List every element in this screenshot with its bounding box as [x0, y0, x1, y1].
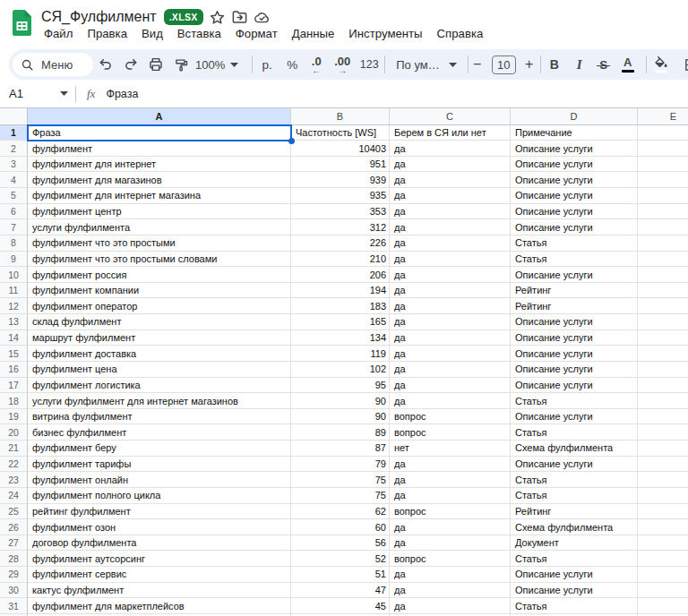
cell-E18[interactable]: [638, 393, 688, 409]
bold-button[interactable]: B: [544, 52, 565, 77]
cell-D4[interactable]: Описание услуги: [511, 172, 638, 188]
row-header-19[interactable]: 19: [0, 409, 28, 425]
cell-A16[interactable]: фулфилмент цена: [28, 362, 291, 378]
row-header-9[interactable]: 9: [0, 252, 28, 268]
increase-decimal-button[interactable]: .00 →: [329, 52, 356, 77]
cell-D1[interactable]: Примечание: [511, 125, 638, 141]
cell-D18[interactable]: Статья: [511, 393, 638, 409]
cell-A9[interactable]: фулфилмент что это простыми словами: [28, 252, 291, 268]
cell-D27[interactable]: Документ: [511, 535, 638, 552]
cell-D28[interactable]: Статья: [511, 551, 638, 567]
cell-A20[interactable]: бизнес фулфилмент: [28, 424, 291, 441]
cell-D29[interactable]: Описание услуги: [511, 567, 638, 583]
column-header-C[interactable]: C: [390, 108, 511, 125]
cell-B8[interactable]: 226: [291, 235, 390, 252]
menu-tools[interactable]: Инструменты: [341, 23, 429, 44]
cell-D7[interactable]: Описание услуги: [511, 219, 638, 235]
row-header-24[interactable]: 24: [0, 488, 28, 504]
cell-D12[interactable]: Рейтинг: [511, 298, 638, 314]
row-header-30[interactable]: 30: [0, 583, 28, 599]
cell-E5[interactable]: [638, 188, 688, 204]
cell-C14[interactable]: да: [390, 330, 511, 346]
cell-B21[interactable]: 87: [291, 441, 390, 457]
cell-B13[interactable]: 165: [291, 314, 390, 330]
column-header-B[interactable]: B: [291, 108, 390, 125]
cell-E13[interactable]: [638, 314, 688, 330]
cell-D3[interactable]: Описание услуги: [511, 157, 638, 173]
cell-A13[interactable]: склад фулфилмент: [28, 314, 291, 330]
cell-A29[interactable]: фулфилмент сервис: [28, 567, 291, 583]
cell-A3[interactable]: фулфилмент для интернет: [28, 157, 291, 173]
cell-E31[interactable]: [638, 598, 688, 614]
cell-D15[interactable]: Описание услуги: [511, 346, 638, 362]
row-header-16[interactable]: 16: [0, 362, 28, 378]
cell-D2[interactable]: Описание услуги: [511, 141, 638, 157]
decrease-decimal-button[interactable]: .0 ←: [304, 52, 329, 77]
cell-A4[interactable]: фулфилмент для магазинов: [28, 172, 291, 188]
cell-E8[interactable]: [638, 235, 688, 252]
cell-B3[interactable]: 951: [291, 157, 390, 173]
cell-C20[interactable]: вопрос: [390, 424, 511, 441]
cell-B31[interactable]: 45: [291, 598, 390, 614]
column-header-D[interactable]: D: [511, 108, 638, 125]
cell-C22[interactable]: да: [390, 457, 511, 473]
row-header-25[interactable]: 25: [0, 504, 28, 520]
cell-B16[interactable]: 102: [291, 362, 390, 378]
cell-C13[interactable]: да: [390, 314, 511, 330]
cell-A22[interactable]: фулфилмент тарифы: [28, 457, 291, 473]
cell-B20[interactable]: 89: [291, 424, 390, 441]
text-color-button[interactable]: A: [615, 52, 641, 77]
cell-B17[interactable]: 95: [291, 378, 390, 394]
cell-C21[interactable]: нет: [390, 441, 511, 457]
cell-A10[interactable]: фулфилмент россия: [28, 267, 291, 283]
cell-C30[interactable]: да: [390, 583, 511, 599]
cell-C31[interactable]: да: [390, 598, 511, 614]
cell-A14[interactable]: маршрут фулфилмент: [28, 330, 291, 346]
select-all-corner[interactable]: [0, 108, 28, 125]
cell-B2[interactable]: 10403: [291, 141, 390, 157]
cell-D13[interactable]: Описание услуги: [511, 314, 638, 330]
cell-C18[interactable]: да: [390, 393, 511, 409]
cell-C7[interactable]: да: [390, 219, 511, 235]
cell-C9[interactable]: да: [390, 252, 511, 268]
cell-E27[interactable]: [638, 535, 688, 552]
cell-D25[interactable]: Рейтинг: [511, 504, 638, 520]
cell-B5[interactable]: 935: [291, 188, 390, 204]
cell-B6[interactable]: 353: [291, 204, 390, 220]
redo-button[interactable]: [118, 52, 143, 77]
menu-view[interactable]: Вид: [134, 23, 170, 44]
cell-A19[interactable]: витрина фулфилмент: [28, 409, 291, 425]
italic-button[interactable]: I: [569, 52, 590, 77]
row-header-21[interactable]: 21: [0, 441, 28, 457]
cell-D5[interactable]: Описание услуги: [511, 188, 638, 204]
cell-A12[interactable]: фулфилмент оператор: [28, 298, 291, 314]
increase-font-size-button[interactable]: +: [521, 52, 538, 77]
fill-color-button[interactable]: [649, 52, 674, 77]
cell-B27[interactable]: 56: [291, 535, 390, 552]
cell-D22[interactable]: Описание услуги: [511, 457, 638, 473]
cell-E30[interactable]: [638, 583, 688, 599]
cell-C17[interactable]: да: [390, 378, 511, 394]
borders-button[interactable]: [679, 52, 688, 77]
cell-C28[interactable]: вопрос: [390, 551, 511, 567]
cell-B7[interactable]: 312: [291, 219, 390, 235]
row-header-4[interactable]: 4: [0, 172, 28, 188]
row-header-13[interactable]: 13: [0, 314, 28, 330]
cell-C26[interactable]: да: [390, 519, 511, 535]
row-header-26[interactable]: 26: [0, 519, 28, 535]
cell-A28[interactable]: фулфилмент аутсорсинг: [28, 551, 291, 567]
cell-C27[interactable]: да: [390, 535, 511, 552]
sheets-logo[interactable]: [13, 10, 31, 36]
cell-D31[interactable]: Статья: [511, 598, 638, 614]
row-header-1[interactable]: 1: [0, 125, 28, 141]
menu-data[interactable]: Данные: [285, 23, 342, 44]
decrease-font-size-button[interactable]: −: [469, 52, 486, 77]
row-header-18[interactable]: 18: [0, 393, 28, 409]
cell-B10[interactable]: 206: [291, 267, 390, 283]
cell-D21[interactable]: Схема фулфилмента: [511, 441, 638, 457]
cell-B26[interactable]: 60: [291, 519, 390, 535]
row-header-15[interactable]: 15: [0, 346, 28, 362]
strikethrough-button[interactable]: S: [592, 52, 615, 77]
cell-E14[interactable]: [638, 330, 688, 346]
paint-format-button[interactable]: [168, 52, 194, 77]
